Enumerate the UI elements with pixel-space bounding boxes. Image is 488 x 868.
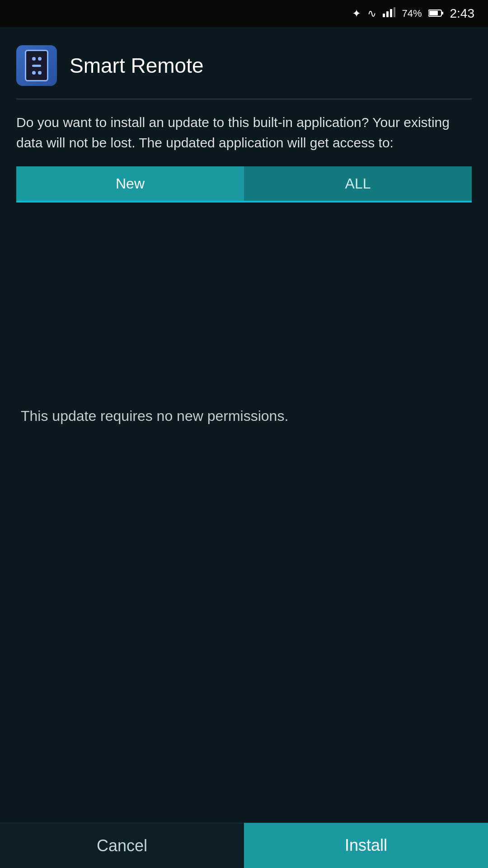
app-icon — [16, 45, 57, 86]
remote-btn-long — [32, 65, 41, 67]
app-header: Smart Remote — [16, 45, 472, 99]
main-content: Smart Remote Do you want to install an u… — [0, 27, 488, 203]
signal-icon — [383, 7, 395, 20]
svg-rect-2 — [390, 9, 392, 17]
no-permissions-message: This update requires no new permissions. — [21, 405, 288, 427]
battery-percentage: 74% — [402, 8, 422, 19]
header-divider — [16, 99, 472, 99]
tab-all[interactable]: ALL — [244, 166, 472, 203]
bluetooth-icon: ✦ — [352, 7, 361, 20]
remote-btn-4 — [38, 71, 42, 75]
status-icons: ✦ ∿ 74% 2:43 — [352, 6, 474, 21]
remote-btn-2 — [38, 57, 42, 61]
remote-btn-3 — [32, 71, 36, 75]
install-label: Install — [345, 836, 387, 855]
status-bar: ✦ ∿ 74% 2:43 — [0, 0, 488, 27]
bottom-bar: Cancel Install — [0, 823, 488, 868]
svg-rect-0 — [383, 14, 385, 17]
install-button[interactable]: Install — [244, 823, 488, 868]
wifi-icon: ∿ — [367, 7, 376, 20]
battery-icon — [428, 7, 444, 20]
app-icon-inner — [25, 50, 48, 81]
remote-btn-1 — [32, 57, 36, 61]
tabs-container: New ALL — [16, 166, 472, 203]
svg-rect-1 — [386, 11, 389, 17]
cancel-label: Cancel — [97, 836, 147, 855]
tab-new[interactable]: New — [16, 166, 244, 203]
cancel-button[interactable]: Cancel — [0, 823, 244, 868]
clock: 2:43 — [450, 6, 475, 21]
app-title: Smart Remote — [70, 53, 204, 78]
tab-all-label: ALL — [345, 175, 371, 192]
remote-buttons-bottom — [32, 71, 42, 75]
svg-rect-6 — [429, 11, 438, 15]
tab-new-label: New — [116, 175, 145, 192]
svg-rect-3 — [394, 7, 395, 17]
permissions-area: This update requires no new permissions. — [16, 280, 488, 552]
dialog-description: Do you want to install an update to this… — [16, 112, 472, 153]
remote-buttons-top — [32, 57, 42, 61]
svg-rect-5 — [441, 12, 443, 14]
